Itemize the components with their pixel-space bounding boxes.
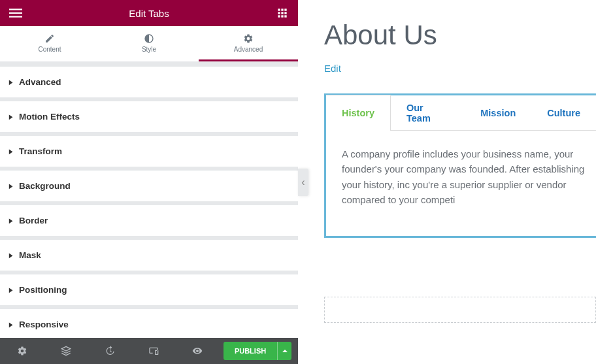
svg-rect-3 [278,8,280,10]
settings-button[interactable] [0,338,44,364]
collapse-panel-button[interactable]: ‹ [298,169,308,196]
layers-icon [61,346,71,356]
caret-right-icon: ▸ [9,146,12,156]
page-title: About Us [324,20,596,51]
svg-rect-7 [281,12,283,14]
section-label: Positioning [19,285,67,295]
widget-tab-history[interactable]: History [326,95,391,131]
svg-rect-4 [281,8,283,10]
panel-footer: PUBLISH [0,338,298,364]
section-label: Advanced [19,77,61,87]
history-icon [105,346,115,356]
menu-icon[interactable] [8,5,24,21]
contrast-icon [144,33,154,44]
eye-icon [192,346,203,356]
tab-label: Style [142,46,156,53]
tab-label: Advanced [234,46,263,53]
gear-icon [243,33,254,44]
tabs-widget[interactable]: History Our Team Mission Culture A compa… [324,93,596,238]
section-label: Background [19,181,71,191]
section-responsive[interactable]: ▸Responsive [0,309,298,338]
publish-dropdown[interactable] [277,342,291,360]
chevron-left-icon: ‹ [301,176,305,188]
caret-right-icon: ▸ [9,112,12,122]
drop-placeholder[interactable] [324,297,596,323]
section-advanced[interactable]: ▸Advanced [0,67,298,97]
svg-rect-8 [284,12,286,14]
section-label: Border [19,216,48,225]
svg-rect-2 [9,16,22,18]
tab-advanced[interactable]: Advanced [199,26,298,61]
svg-rect-1 [9,12,22,14]
panel-tabs: Content Style Advanced [0,26,298,61]
section-border[interactable]: ▸Border [0,205,298,236]
section-mask[interactable]: ▸Mask [0,240,298,271]
preview-button[interactable] [176,338,220,364]
widget-tab-mission[interactable]: Mission [465,95,531,131]
responsive-button[interactable] [132,338,176,364]
section-motion-effects[interactable]: ▸Motion Effects [0,101,298,132]
section-positioning[interactable]: ▸Positioning [0,274,298,305]
section-label: Motion Effects [19,112,80,122]
caret-right-icon: ▸ [9,77,12,87]
history-button[interactable] [88,338,131,364]
apps-icon[interactable] [274,5,290,21]
caret-right-icon: ▸ [9,216,12,225]
panel-title: Edit Tabs [129,8,169,19]
caret-right-icon: ▸ [9,181,12,191]
caret-right-icon: ▸ [9,250,12,260]
widget-tab-content: A company profile includes your business… [326,131,596,236]
section-label: Mask [19,250,41,260]
caret-up-icon [282,348,288,354]
pencil-icon [44,33,55,44]
svg-rect-6 [278,12,280,14]
section-transform[interactable]: ▸Transform [0,136,298,167]
svg-rect-11 [284,15,286,17]
widget-tab-our-team[interactable]: Our Team [391,95,465,131]
section-label: Responsive [19,320,69,329]
section-label: Transform [19,146,62,156]
devices-icon [148,346,159,356]
widget-tabs: History Our Team Mission Culture [326,95,596,131]
svg-rect-9 [278,15,280,17]
editor-panel: Edit Tabs Content Style Advanced ▸Advanc… [0,0,298,364]
caret-right-icon: ▸ [9,285,12,295]
svg-rect-10 [281,15,283,17]
tab-content[interactable]: Content [0,26,99,59]
section-list[interactable]: ▸Advanced ▸Motion Effects ▸Transform ▸Ba… [0,61,298,338]
publish-button[interactable]: PUBLISH [224,342,277,360]
widget-tab-culture[interactable]: Culture [531,95,596,131]
panel-header: Edit Tabs [0,0,298,26]
caret-right-icon: ▸ [9,320,12,329]
svg-rect-5 [284,8,286,10]
tab-style[interactable]: Style [99,26,199,59]
section-background[interactable]: ▸Background [0,171,298,201]
navigator-button[interactable] [44,338,88,364]
tab-label: Content [38,46,61,53]
gear-icon [17,346,27,356]
preview-area: About Us Edit History Our Team Mission C… [298,0,596,364]
svg-rect-0 [9,8,22,10]
edit-link[interactable]: Edit [324,63,341,74]
